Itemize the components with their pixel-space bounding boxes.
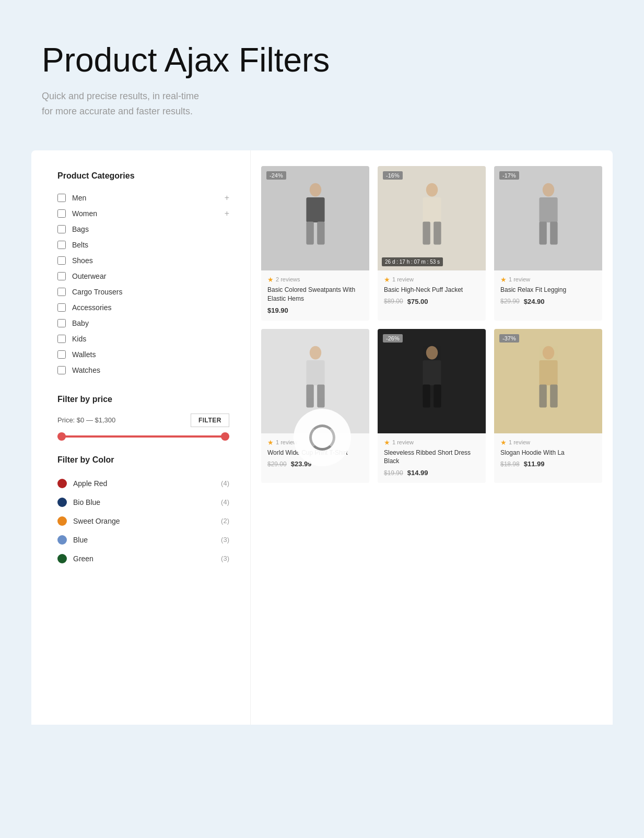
review-count-2: 1 review — [392, 276, 414, 282]
expand-icon-men[interactable]: + — [225, 193, 229, 203]
checkbox-baby[interactable] — [57, 319, 66, 327]
checkbox-watches[interactable] — [57, 366, 66, 374]
price-new-3: $24.90 — [524, 298, 545, 305]
product-image-2: -16%26 d : 17 h : 07 m : 53 s — [378, 166, 486, 270]
category-item-accessories: Accessories — [57, 300, 229, 315]
slider-fill — [57, 435, 229, 438]
color-swatch-apple-red — [57, 479, 67, 488]
price-display: Price: $0 — $1,300 FILTER — [57, 414, 229, 427]
svg-rect-2 — [306, 221, 313, 244]
color-count-apple-red: (4) — [221, 479, 229, 487]
svg-point-8 — [542, 183, 554, 197]
svg-rect-14 — [306, 384, 313, 407]
loading-overlay — [294, 409, 351, 466]
color-swatch-sweet-orange — [57, 516, 67, 526]
color-count-sweet-orange: (2) — [221, 517, 229, 525]
product-price-2: $89.00$75.00 — [384, 298, 479, 305]
color-count-green: (3) — [221, 554, 229, 562]
product-card-6[interactable]: -37%★1 reviewSlogan Hoodie With La$18.98… — [494, 329, 602, 483]
svg-rect-18 — [423, 384, 430, 407]
color-swatch-blue — [57, 535, 67, 545]
svg-rect-13 — [306, 360, 324, 385]
category-item-kids: Kids — [57, 331, 229, 347]
product-name-5: Sleeveless Ribbed Short Dress Black — [384, 448, 479, 466]
price-filter-section: Filter by price Price: $0 — $1,300 FILTE… — [57, 395, 229, 439]
color-item-apple-red[interactable]: Apple Red(4) — [57, 474, 229, 493]
color-item-sweet-orange[interactable]: Sweet Orange(2) — [57, 512, 229, 530]
color-label-blue: Blue — [73, 536, 221, 544]
product-rating-1: ★2 reviews — [267, 276, 363, 284]
category-label-wallets: Wallets — [72, 350, 229, 359]
color-label-green: Green — [73, 554, 221, 563]
review-count-5: 1 review — [392, 439, 414, 445]
checkbox-accessories[interactable] — [57, 303, 66, 312]
discount-badge-2: -16% — [383, 171, 403, 180]
color-item-bio-blue[interactable]: Bio Blue(4) — [57, 493, 229, 512]
expand-icon-women[interactable]: + — [225, 209, 229, 218]
color-filter-title: Filter by Color — [57, 455, 229, 465]
checkbox-belts[interactable] — [57, 241, 66, 249]
discount-badge-1: -24% — [266, 171, 286, 180]
svg-rect-17 — [423, 360, 441, 385]
checkbox-men[interactable] — [57, 194, 66, 202]
svg-point-0 — [309, 183, 321, 197]
checkbox-women[interactable] — [57, 209, 66, 218]
slider-thumb-right[interactable] — [221, 432, 229, 441]
category-label-shoes: Shoes — [72, 256, 229, 265]
category-label-bags: Bags — [72, 225, 229, 233]
checkbox-wallets[interactable] — [57, 350, 66, 359]
svg-rect-6 — [423, 221, 430, 244]
spinner — [309, 424, 335, 451]
checkbox-outerwear[interactable] — [57, 272, 66, 280]
timer-badge-2: 26 d : 17 h : 07 m : 53 s — [382, 257, 443, 266]
color-item-blue[interactable]: Blue(3) — [57, 530, 229, 549]
svg-point-4 — [426, 183, 437, 197]
category-item-shoes: Shoes — [57, 253, 229, 268]
product-info-1: ★2 reviewsBasic Colored Sweatpants With … — [261, 270, 369, 321]
svg-point-12 — [309, 346, 321, 359]
checkbox-kids[interactable] — [57, 335, 66, 343]
category-label-baby: Baby — [72, 319, 229, 327]
category-item-women: Women+ — [57, 206, 229, 221]
color-swatch-bio-blue — [57, 498, 67, 507]
checkbox-shoes[interactable] — [57, 256, 66, 265]
product-name-3: Basic Relax Fit Legging — [500, 286, 596, 294]
color-label-apple-red: Apple Red — [73, 479, 221, 488]
color-item-green[interactable]: Green(3) — [57, 549, 229, 568]
product-image-6: -37% — [494, 329, 602, 433]
svg-rect-9 — [539, 197, 557, 222]
product-rating-2: ★1 review — [384, 276, 479, 284]
product-rating-5: ★1 review — [384, 439, 479, 446]
product-card-1[interactable]: -24%★2 reviewsBasic Colored Sweatpants W… — [261, 166, 369, 321]
main-panel: Product Categories Men+Women+BagsBeltsSh… — [31, 150, 613, 725]
category-label-belts: Belts — [72, 241, 229, 249]
product-info-2: ★1 reviewBasic High-Neck Puff Jacket$89.… — [378, 270, 486, 312]
discount-badge-3: -17% — [499, 171, 519, 180]
price-old-2: $89.00 — [384, 298, 403, 305]
category-item-baby: Baby — [57, 315, 229, 331]
svg-rect-1 — [306, 197, 324, 222]
category-item-cargo-trousers: Cargo Trousers — [57, 284, 229, 300]
color-count-bio-blue: (4) — [221, 498, 229, 506]
price-filter-button[interactable]: FILTER — [191, 414, 229, 427]
color-count-blue: (3) — [221, 536, 229, 544]
review-count-1: 2 reviews — [276, 276, 300, 282]
star-icon-2: ★ — [384, 276, 390, 284]
checkbox-bags[interactable] — [57, 225, 66, 233]
slider-thumb-left[interactable] — [57, 432, 66, 441]
price-slider[interactable] — [57, 435, 229, 439]
product-name-6: Slogan Hoodie With La — [500, 448, 596, 457]
category-label-men: Men — [72, 194, 229, 202]
product-rating-3: ★1 review — [500, 276, 596, 284]
product-card-3[interactable]: -17%★1 reviewBasic Relax Fit Legging$29.… — [494, 166, 602, 321]
price-range-text: Price: $0 — $1,300 — [57, 416, 115, 424]
star-icon-3: ★ — [500, 276, 507, 284]
product-card-5[interactable]: -26%★1 reviewSleeveless Ribbed Short Dre… — [378, 329, 486, 483]
product-card-2[interactable]: -16%26 d : 17 h : 07 m : 53 s★1 reviewBa… — [378, 166, 486, 321]
star-icon-5: ★ — [384, 439, 390, 446]
product-rating-6: ★1 review — [500, 439, 596, 446]
product-price-3: $29.90$24.90 — [500, 298, 596, 305]
star-icon-1: ★ — [267, 276, 274, 284]
category-label-cargo-trousers: Cargo Trousers — [72, 288, 229, 296]
checkbox-cargo-trousers[interactable] — [57, 288, 66, 296]
